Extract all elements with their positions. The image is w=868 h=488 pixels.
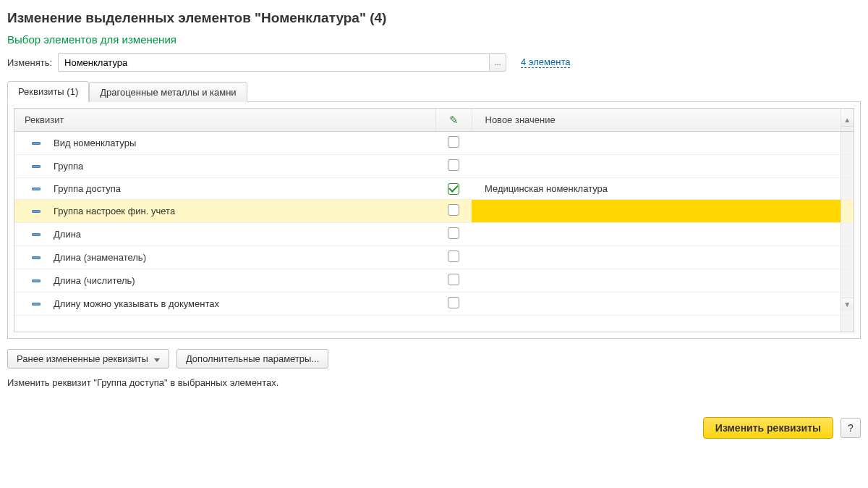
scrollbar-track[interactable] — [841, 269, 854, 293]
new-value-cell[interactable] — [472, 246, 841, 269]
elements-count-link[interactable]: 4 элемента — [521, 56, 570, 68]
attribute-name: Длина (знаменатель) — [54, 252, 146, 263]
attribute-cell[interactable]: Длина — [14, 223, 435, 246]
attribute-name: Длину можно указывать в документах — [54, 298, 219, 309]
edit-flag-cell[interactable] — [435, 293, 472, 316]
tab-body: Реквизит Новое значение ▲ Вид номенклату… — [7, 101, 861, 339]
new-value-cell[interactable] — [472, 132, 841, 155]
item-icon — [32, 256, 41, 259]
new-value-cell[interactable] — [472, 223, 841, 246]
tab-precious-metals[interactable]: Драгоценные металлы и камни — [89, 82, 247, 102]
edit-checkbox[interactable] — [448, 136, 459, 148]
attribute-cell[interactable]: Группа — [14, 155, 435, 178]
col-new-value-header[interactable]: Новое значение — [472, 109, 841, 132]
scroll-up-icon[interactable]: ▲ — [841, 114, 854, 127]
chevron-down-icon — [153, 353, 160, 364]
item-icon — [32, 279, 41, 282]
scrollbar-track[interactable] — [841, 246, 854, 269]
new-value-cell[interactable]: Медицинская номенклатура — [472, 178, 841, 200]
edit-checkbox[interactable] — [448, 274, 459, 285]
attribute-cell[interactable]: Длина (знаменатель) — [14, 246, 435, 269]
item-icon — [32, 142, 41, 145]
attribute-cell[interactable]: Вид номенклатуры — [14, 132, 435, 155]
toolbar-row: Ранее измененные реквизиты Дополнительны… — [7, 349, 861, 369]
tab-strip: Реквизиты (1) Драгоценные металлы и камн… — [7, 80, 861, 102]
edit-checkbox[interactable] — [448, 227, 459, 239]
table-row[interactable]: Группа — [14, 155, 854, 178]
tab-attributes[interactable]: Реквизиты (1) — [7, 81, 89, 102]
table-row[interactable]: Длина (числитель) — [14, 269, 854, 293]
help-button[interactable]: ? — [841, 418, 861, 438]
edit-checkbox[interactable] — [448, 183, 459, 195]
attribute-name: Группа — [54, 161, 83, 172]
edit-flag-cell[interactable] — [435, 155, 472, 178]
scroll-down-icon[interactable]: ▼ — [841, 298, 854, 311]
table-row[interactable]: Группа доступаМедицинская номенклатура — [14, 178, 854, 200]
attribute-name: Вид номенклатуры — [54, 138, 136, 148]
edit-checkbox[interactable] — [448, 297, 459, 308]
scrollbar-track[interactable] — [841, 132, 854, 155]
additional-params-button[interactable]: Дополнительные параметры... — [176, 349, 328, 369]
table-row[interactable]: Вид номенклатуры — [14, 132, 854, 155]
change-row: Изменять: ... 4 элемента — [7, 53, 861, 72]
edit-checkbox[interactable] — [448, 204, 459, 216]
col-edit-header[interactable] — [435, 109, 472, 132]
scrollbar-track[interactable] — [841, 155, 854, 178]
col-attribute-header[interactable]: Реквизит — [14, 109, 435, 132]
pencil-icon — [449, 115, 459, 126]
attribute-cell[interactable]: Длина (числитель) — [14, 269, 435, 293]
footer: Изменить реквизиты ? — [7, 417, 861, 439]
table-row[interactable]: Длина — [14, 223, 854, 246]
change-input-wrap: ... — [58, 53, 506, 72]
scrollbar-track[interactable]: ▼ — [841, 293, 854, 316]
apply-button[interactable]: Изменить реквизиты — [703, 417, 833, 439]
edit-flag-cell[interactable] — [435, 269, 472, 293]
table-row[interactable]: Длина (знаменатель) — [14, 246, 854, 269]
edit-flag-cell[interactable] — [435, 223, 472, 246]
edit-flag-cell[interactable] — [435, 132, 472, 155]
scrollbar-header: ▲ — [841, 109, 854, 132]
status-text: Изменить реквизит "Группа доступа" в выб… — [7, 377, 861, 388]
edit-flag-cell[interactable] — [435, 246, 472, 269]
change-input[interactable] — [58, 53, 489, 72]
edit-flag-cell[interactable] — [435, 200, 472, 223]
attribute-cell[interactable]: Группа доступа — [14, 178, 435, 200]
new-value-cell[interactable] — [472, 269, 841, 293]
change-label: Изменять: — [7, 57, 52, 68]
attribute-name: Длина (числитель) — [54, 275, 135, 286]
scrollbar-track[interactable] — [841, 200, 854, 223]
new-value-cell[interactable] — [472, 293, 841, 316]
scrollbar-track[interactable] — [841, 178, 854, 200]
prev-changed-button[interactable]: Ранее измененные реквизиты — [7, 349, 169, 369]
item-icon — [32, 303, 41, 306]
item-icon — [32, 188, 41, 190]
attributes-grid: Реквизит Новое значение ▲ Вид номенклату… — [14, 108, 854, 332]
new-value-cell[interactable] — [472, 200, 841, 223]
attribute-name: Длина — [54, 229, 81, 240]
scrollbar-track[interactable] — [841, 223, 854, 246]
new-value-cell[interactable] — [472, 155, 841, 178]
edit-flag-cell[interactable] — [435, 178, 472, 200]
prev-changed-label: Ранее измененные реквизиты — [17, 353, 148, 364]
table-row[interactable]: Длину можно указывать в документах▼ — [14, 293, 854, 316]
edit-checkbox[interactable] — [448, 251, 459, 262]
section-subtitle: Выбор элементов для изменения — [7, 33, 861, 46]
attribute-name: Группа доступа — [54, 183, 121, 194]
page-title: Изменение выделенных элементов "Номенкла… — [7, 10, 861, 26]
item-icon — [32, 210, 41, 213]
attribute-cell[interactable]: Длину можно указывать в документах — [14, 293, 435, 316]
change-picker-button[interactable]: ... — [489, 53, 506, 72]
attribute-cell[interactable]: Группа настроек фин. учета — [14, 200, 435, 223]
edit-checkbox[interactable] — [448, 159, 459, 171]
table-row[interactable]: Группа настроек фин. учета — [14, 200, 854, 223]
attribute-name: Группа настроек фин. учета — [54, 206, 175, 216]
item-icon — [32, 165, 41, 168]
item-icon — [32, 233, 41, 236]
table-row — [14, 316, 854, 332]
